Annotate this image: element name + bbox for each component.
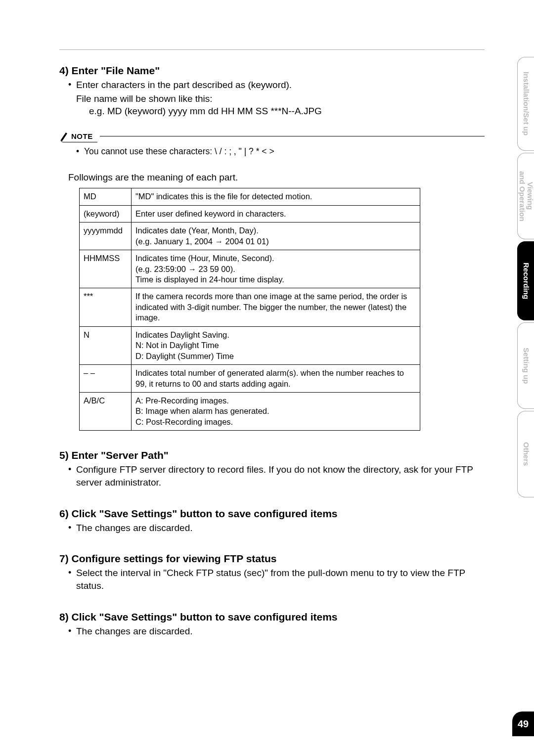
table-row: ***If the camera records more than one i… <box>80 288 420 326</box>
table-row: (keyword)Enter user defined keyword in c… <box>80 205 420 222</box>
table-row: HHMMSSIndicates time (Hour, Minute, Seco… <box>80 250 420 288</box>
section-8: 8) Click "Save Settings" button to save … <box>59 611 485 638</box>
table-row: A/B/CA: Pre-Recording images.B: Image wh… <box>80 392 420 430</box>
table-value: Indicates total number of generated alar… <box>132 365 420 393</box>
section-7-bullet: Select the interval in "Check FTP status… <box>59 567 485 592</box>
section-6-heading: 6) Click "Save Settings" button to save … <box>59 508 485 520</box>
tab-others[interactable]: Others <box>517 411 534 497</box>
tab-setting[interactable]: Setting up <box>517 322 534 409</box>
section-4-line-2: File name will be shown like this: <box>59 92 485 105</box>
section-4: 4) Enter "File Name" Enter characters in… <box>59 65 485 118</box>
table-key: *** <box>80 288 132 326</box>
table-value: A: Pre-Recording images.B: Image when al… <box>132 392 420 430</box>
section-5-bullet: Configure FTP server directory to record… <box>59 463 485 489</box>
table-value: Indicates time (Hour, Minute, Second).(e… <box>132 250 420 288</box>
table-row: MD"MD" indicates this is the file for de… <box>80 188 420 205</box>
section-4-bullet-1: Enter characters in the part described a… <box>59 79 485 91</box>
section-4-heading: 4) Enter "File Name" <box>59 65 485 77</box>
table-key: (keyword) <box>80 205 132 222</box>
table-value: Indicates date (Year, Month, Day).(e.g. … <box>132 222 420 250</box>
section-5-heading: 5) Enter "Server Path" <box>59 449 485 461</box>
tab-installation[interactable]: Installation/Set up <box>517 57 534 151</box>
table-key: MD <box>80 188 132 205</box>
table-key: – – <box>80 365 132 393</box>
section-4-line-3: e.g. MD (keyword) yyyy mm dd HH MM SS **… <box>59 105 485 118</box>
tab-viewing[interactable]: Viewingand Operation <box>517 153 534 239</box>
followings-text: Followings are the meaning of each part. <box>59 172 485 183</box>
note-header: NOTE <box>59 132 485 141</box>
table-key: HHMMSS <box>80 250 132 288</box>
table-value: Enter user defined keyword in characters… <box>132 205 420 222</box>
note-block: NOTE You cannot use these characters: \ … <box>59 132 485 158</box>
note-label: NOTE <box>71 132 93 140</box>
note-divider <box>100 136 485 136</box>
top-divider <box>59 49 485 50</box>
table-value: If the camera records more than one imag… <box>132 288 420 326</box>
section-8-heading: 8) Click "Save Settings" button to save … <box>59 611 485 623</box>
table-key: A/B/C <box>80 392 132 430</box>
section-6: 6) Click "Save Settings" button to save … <box>59 508 485 534</box>
manual-page: 4) Enter "File Name" Enter characters in… <box>0 0 534 756</box>
table-key: yyyymmdd <box>80 222 132 250</box>
section-7-heading: 7) Configure settings for viewing FTP st… <box>59 553 485 565</box>
table-row: yyyymmddIndicates date (Year, Month, Day… <box>80 222 420 250</box>
table-value: Indicates Daylight Saving.N: Not in Dayl… <box>132 326 420 364</box>
side-tabs: Installation/Set up Viewingand Operation… <box>517 57 534 499</box>
filename-parts-table: MD"MD" indicates this is the file for de… <box>79 188 420 431</box>
table-row: – –Indicates total number of generated a… <box>80 365 420 393</box>
section-8-bullet: The changes are discarded. <box>59 625 485 638</box>
table-value: "MD" indicates this is the file for dete… <box>132 188 420 205</box>
note-bullet: You cannot use these characters: \ / : ;… <box>59 145 485 158</box>
section-7: 7) Configure settings for viewing FTP st… <box>59 553 485 592</box>
section-5: 5) Enter "Server Path" Configure FTP ser… <box>59 449 485 489</box>
tab-recording[interactable]: Recording <box>517 241 534 320</box>
section-6-bullet: The changes are discarded. <box>59 522 485 534</box>
page-number: 49 <box>512 712 534 736</box>
table-row: NIndicates Daylight Saving.N: Not in Day… <box>80 326 420 364</box>
table-key: N <box>80 326 132 364</box>
